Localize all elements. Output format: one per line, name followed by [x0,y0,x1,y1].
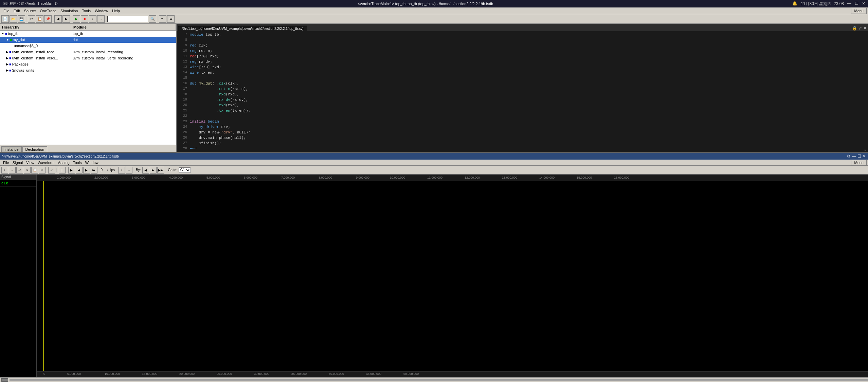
tree-item-uvm1[interactable]: ▶ ■ uvm_custom_install_reco... uvm_custo… [0,49,176,55]
expand-icon-pkg[interactable]: ▶ [6,62,8,66]
nw-prev-btn[interactable]: ◀ [76,167,83,174]
minimize-button[interactable]: — [847,1,851,7]
expand-icon[interactable]: ▼ [1,32,4,35]
source-scrollbar: ▼ [177,149,868,152]
tb-stepover-btn[interactable]: → [97,15,105,23]
src-maximize-icon[interactable]: ⤢ [858,26,862,31]
source-tab-controls: 🔒 ⤢ ✕ [852,26,867,31]
tb-forward-btn[interactable]: ▶ [62,15,70,23]
nwave-menu-signal[interactable]: Signal [11,160,25,165]
nw-zoomfit-btn[interactable]: ⤢ [48,167,55,174]
src-lock-icon[interactable]: 🔒 [852,26,857,31]
nwave-menu-analog[interactable]: Analog [56,160,71,165]
menu-tools[interactable]: Tools [80,8,93,14]
nw-add-signal-btn[interactable]: + [1,167,8,174]
time-8m: 8,000,000 [319,176,332,179]
nw-rewind-btn[interactable]: ⏮ [91,167,97,174]
window-controls[interactable]: 🔔 11月30日 星期四, 23:08 — ☐ ✕ [792,1,865,7]
nwave-minimize-icon[interactable]: — [852,154,856,159]
tb-wave-btn[interactable]: 〜 [159,15,166,23]
tree-item-uvm2[interactable]: ▶ ■ uvm_custom_install_verdi... uvm_cust… [0,55,176,61]
tb-copy-btn[interactable]: 📋 [36,15,43,23]
nw-by-dec-btn[interactable]: ◀ [142,167,149,174]
tree-item-unnamed[interactable]: □ unnamed$5_0 [0,43,176,49]
tab-declaration[interactable]: Declaration [22,146,48,152]
expand-icon-uvm2[interactable]: ▶ [6,56,8,60]
main-container: Hierarchy Module ▼ ■ top_tb top_tb [0,24,868,382]
nwave-menu-file[interactable]: File [1,160,11,165]
nw-remove-btn[interactable]: − [9,167,16,174]
maximize-button[interactable]: ☐ [855,1,858,7]
nwave-menu-window[interactable]: Window [84,160,100,165]
tb-cut-btn[interactable]: ✂ [28,15,35,23]
nw-zoom-out-btn[interactable]: − [126,167,132,174]
source-tab-bar: *Src1:top_tb(/home/ICer/UVM_example/puvm… [177,24,868,31]
nw-play-btn[interactable]: ▶ [68,167,75,174]
menu-edit[interactable]: Edit [12,8,22,14]
nw-redo-btn[interactable]: ↪ [24,167,31,174]
menu-window[interactable]: Window [93,8,110,14]
tb-run-btn[interactable]: ▶ [73,15,80,23]
tb-save-btn[interactable]: 💾 [18,15,25,23]
nw-next-btn[interactable]: ▶ [83,167,90,174]
expand-icon-novas[interactable]: ▶ [6,69,8,72]
nwave-close-icon[interactable]: ✕ [863,154,866,159]
tb-open-btn[interactable]: 📂 [10,15,17,23]
code-line-21: 21 .tx_en(tx_en)); [177,109,868,114]
tb-settings-btn[interactable]: ⚙ [167,15,175,23]
mute-icon[interactable]: 🔔 [792,1,797,7]
time-4m: 4,000,000 [169,176,183,179]
source-tab[interactable]: *Src1:top_tb(/home/ICer/UVM_example/puvm… [178,26,307,31]
nwave-menu-tools[interactable]: Tools [71,160,84,165]
tb-back-btn[interactable]: ◀ [54,15,62,23]
waveforms-display[interactable] [37,181,868,371]
close-button[interactable]: ✕ [862,1,865,7]
menu-onetrace[interactable]: OneTrace [38,8,59,14]
module-col-head: Module [71,24,176,30]
tb-step-btn[interactable]: ↓ [89,15,96,23]
tree-item-top-tb[interactable]: ▼ ■ top_tb top_tb [0,31,176,37]
scroll-thumb[interactable] [1,378,8,382]
src-close-icon[interactable]: ✕ [863,26,867,31]
nw-goto-select[interactable]: G1 [179,167,191,173]
bt-30m: 30,000,000 [254,372,269,376]
tb-stop-btn[interactable]: ■ [81,15,88,23]
top-timeline: 1,000,000 2,000,000 3,000,000 4,000,000 … [37,175,868,181]
scroll-track[interactable] [10,379,868,381]
search-input[interactable] [107,16,148,22]
code-line-22: 22 [177,114,868,120]
nwave-menu-btn[interactable]: Menu [851,160,867,165]
nw-by-fast-btn[interactable]: ▶▶ [157,167,164,174]
nw-zoom-in-btn[interactable]: + [118,167,125,174]
bt-15m: 15,000,000 [142,372,157,376]
nwave-menu-waveform[interactable]: Waveform [36,160,56,165]
tree-item-packages[interactable]: ▶ ■ Packages [0,61,176,67]
tb-paste-btn[interactable]: 📌 [44,15,52,23]
tab-instance[interactable]: Instance [1,146,22,152]
signal-clk[interactable]: clk [0,180,36,187]
tree-item-my-dut[interactable]: ▼ ■ my_dut dut [0,37,176,43]
code-line-25: 25 drv = new("drv", null); [177,130,868,136]
nwave-menu-view[interactable]: View [24,160,36,165]
menu-source[interactable]: Source [22,8,38,14]
expand-icon-uvm1[interactable]: ▶ [6,50,8,54]
nw-cursors-btn[interactable]: | [59,167,66,174]
bt-0: 0 [43,372,45,376]
menu-simulation[interactable]: Simulation [58,8,80,14]
nwave-settings-icon[interactable]: ⚙ [847,154,851,159]
nw-by-inc-btn[interactable]: ▶ [150,167,157,174]
expand-icon-dut[interactable]: ▼ [6,38,9,41]
code-line-15: 15 [177,76,868,81]
nwave-maximize-icon[interactable]: ☐ [857,154,861,159]
nw-undo-btn[interactable]: ↩ [16,167,23,174]
tree-item-novas[interactable]: ▶ ■ $novas_units [0,67,176,73]
menu-button[interactable]: Menu [851,8,867,14]
nw-copy-btn[interactable]: 📋 [31,167,38,174]
code-line-27: 27 $finish(); [177,141,868,147]
menu-file[interactable]: File [1,8,12,14]
tb-search-btn[interactable]: 🔍 [149,15,156,23]
nwave-scrollbar[interactable] [0,377,868,382]
nw-cut-btn[interactable]: ✂ [39,167,46,174]
menu-help[interactable]: Help [110,8,122,14]
tb-new-btn[interactable]: 📄 [1,15,9,23]
